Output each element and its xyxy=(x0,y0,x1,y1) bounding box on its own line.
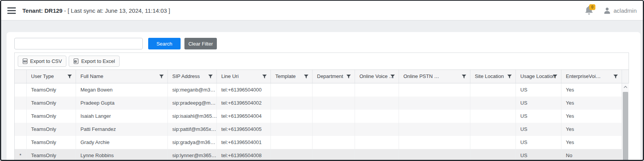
cell-sip-address[interactable]: sip:pattif@m365x… xyxy=(167,123,216,136)
cell-enterprise-voice[interactable]: Yes xyxy=(561,110,622,123)
cell-department[interactable] xyxy=(312,97,355,110)
cell-user-type[interactable]: TeamsOnly xyxy=(26,123,76,136)
cell-line-uri[interactable]: tel:+61396504000 xyxy=(216,83,270,97)
cell-usage-location[interactable]: US xyxy=(516,149,561,161)
column-header-usage-location[interactable]: Usage Location xyxy=(516,70,561,83)
cell-line-uri[interactable]: tel:+61396504002 xyxy=(216,97,270,110)
cell-department[interactable] xyxy=(312,83,355,97)
funnel-icon[interactable] xyxy=(613,74,618,79)
cell-online-pstn[interactable] xyxy=(399,83,470,97)
cell-full-name[interactable]: Lynne Robbins xyxy=(76,149,167,161)
export-excel-button[interactable]: x Export to Excel xyxy=(69,56,119,67)
cell-full-name[interactable]: Isaiah Langer xyxy=(76,110,167,123)
funnel-icon[interactable] xyxy=(390,74,395,79)
cell-enterprise-voice[interactable]: No xyxy=(561,149,622,161)
cell-template[interactable] xyxy=(270,136,312,149)
cell-line-uri[interactable]: tel:+61396504001 xyxy=(216,136,270,149)
cell-online-voice[interactable] xyxy=(355,123,399,136)
search-input[interactable] xyxy=(14,38,143,49)
cell-usage-location[interactable]: US xyxy=(516,123,561,136)
user-menu[interactable]: acladmin xyxy=(603,7,637,14)
cell-site-location[interactable] xyxy=(470,123,516,136)
clear-filter-button[interactable]: Clear Filter xyxy=(184,38,217,49)
cell-template[interactable] xyxy=(270,123,312,136)
cell-user-type[interactable]: TeamsOnly xyxy=(26,149,76,161)
notifications-button[interactable]: 0 xyxy=(585,6,593,15)
column-header-full-name[interactable]: Full Name xyxy=(76,70,167,83)
cell-site-location[interactable] xyxy=(470,149,516,161)
funnel-icon[interactable] xyxy=(67,74,72,79)
cell-full-name[interactable]: Patti Fernandez xyxy=(76,123,167,136)
cell-online-voice[interactable] xyxy=(355,83,399,97)
scrollbar-thumb[interactable] xyxy=(623,92,628,161)
cell-user-type[interactable]: TeamsOnly xyxy=(26,110,76,123)
cell-enterprise-voice[interactable]: Yes xyxy=(561,136,622,149)
cell-site-location[interactable] xyxy=(470,110,516,123)
cell-online-voice[interactable] xyxy=(355,97,399,110)
cell-online-pstn[interactable] xyxy=(399,136,470,149)
cell-template[interactable] xyxy=(270,149,312,161)
cell-user-type[interactable]: TeamsOnly xyxy=(26,97,76,110)
cell-template[interactable] xyxy=(270,97,312,110)
cell-online-voice[interactable] xyxy=(355,136,399,149)
cell-online-pstn[interactable] xyxy=(399,149,470,161)
cell-online-pstn[interactable] xyxy=(399,110,470,123)
column-header-online-pstn[interactable]: Online PSTN … xyxy=(399,70,470,83)
cell-template[interactable] xyxy=(270,110,312,123)
chevron-up-icon[interactable] xyxy=(622,83,629,91)
cell-enterprise-voice[interactable]: Yes xyxy=(561,123,622,136)
cell-department[interactable] xyxy=(312,110,355,123)
column-header-online-voice[interactable]: Online Voice … xyxy=(355,70,399,83)
cell-enterprise-voice[interactable]: Yes xyxy=(561,97,622,110)
cell-usage-location[interactable]: US xyxy=(516,97,561,110)
funnel-icon[interactable] xyxy=(262,74,267,79)
cell-online-voice[interactable] xyxy=(355,149,399,161)
cell-enterprise-voice[interactable]: Yes xyxy=(561,83,622,97)
column-header-user-type[interactable]: User Type xyxy=(26,70,76,83)
cell-line-uri[interactable]: tel:+61396504008 xyxy=(216,149,270,161)
cell-sip-address[interactable]: sip:pradeepg@m… xyxy=(167,97,216,110)
cell-online-pstn[interactable] xyxy=(399,123,470,136)
cell-site-location[interactable] xyxy=(470,83,516,97)
cell-sip-address[interactable]: sip:isaiahl@m365… xyxy=(167,110,216,123)
cell-online-pstn[interactable] xyxy=(399,97,470,110)
funnel-icon[interactable] xyxy=(553,74,558,79)
cell-template[interactable] xyxy=(270,83,312,97)
cell-usage-location[interactable]: US xyxy=(516,110,561,123)
cell-department[interactable] xyxy=(312,149,355,161)
cell-site-location[interactable] xyxy=(470,136,516,149)
cell-full-name[interactable]: Pradeep Gupta xyxy=(76,97,167,110)
cell-sip-address[interactable]: sip:meganb@m3… xyxy=(167,83,216,97)
cell-department[interactable] xyxy=(312,136,355,149)
menu-icon[interactable] xyxy=(7,7,16,14)
cell-full-name[interactable]: Grady Archie xyxy=(76,136,167,149)
export-csv-button[interactable]: CSV Export to CSV xyxy=(18,56,66,67)
column-header-enterprise-voice[interactable]: EnterpriseVoi… xyxy=(561,70,622,83)
column-header-sip-address[interactable]: SIP Address xyxy=(167,70,216,83)
search-button[interactable]: Search xyxy=(148,38,181,49)
cell-sip-address[interactable]: sip:lynner@m365… xyxy=(167,149,216,161)
column-header-site-location[interactable]: Site Location xyxy=(470,70,516,83)
cell-line-uri[interactable]: tel:+61396504004 xyxy=(216,110,270,123)
funnel-icon[interactable] xyxy=(507,74,512,79)
cell-user-type[interactable]: TeamsOnly xyxy=(26,83,76,97)
column-header-line-uri[interactable]: Line Uri xyxy=(216,70,270,83)
funnel-icon[interactable] xyxy=(304,74,309,79)
cell-online-voice[interactable] xyxy=(355,110,399,123)
funnel-icon[interactable] xyxy=(159,74,164,79)
funnel-icon[interactable] xyxy=(208,74,213,79)
cell-sip-address[interactable]: sip:gradya@m36… xyxy=(167,136,216,149)
column-header-department[interactable]: Department xyxy=(312,70,355,83)
column-header-template[interactable]: Template xyxy=(270,70,312,83)
funnel-icon[interactable] xyxy=(461,74,467,79)
cell-usage-location[interactable]: US xyxy=(516,83,561,97)
cell-usage-location[interactable]: US xyxy=(516,136,561,149)
cell-user-type[interactable]: TeamsOnly xyxy=(26,136,76,149)
cell-full-name[interactable]: Megan Bowen xyxy=(76,83,167,97)
cell-site-location[interactable] xyxy=(470,97,516,110)
cell-line-uri[interactable]: tel:+61396504005 xyxy=(216,123,270,136)
funnel-icon[interactable] xyxy=(346,74,351,79)
column-header-row-marker xyxy=(15,70,26,83)
cell-department[interactable] xyxy=(312,123,355,136)
vertical-scrollbar[interactable] xyxy=(622,83,629,161)
